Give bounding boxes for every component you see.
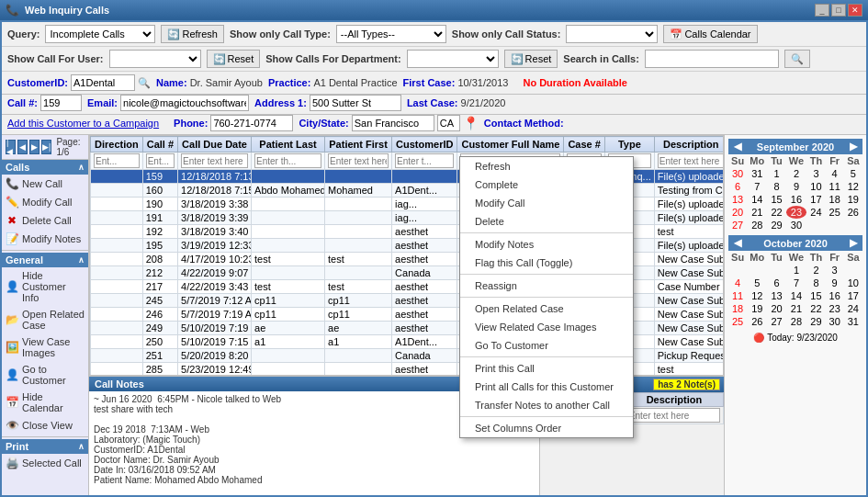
cal-day[interactable]: 1	[767, 167, 785, 180]
cal-day[interactable]: 29	[806, 315, 825, 328]
cal-day[interactable]: 21	[786, 302, 807, 315]
cal-day[interactable]: 8	[806, 277, 825, 289]
prev-page-button[interactable]: ◀	[17, 140, 28, 154]
cal-day[interactable]: 24	[806, 206, 825, 219]
cal-day[interactable]: 28	[747, 219, 767, 232]
sep-next-button[interactable]: ▶	[846, 141, 861, 152]
cal-day[interactable]: 7	[747, 180, 767, 193]
context-menu-item[interactable]: Print all Calls for this Customer	[460, 378, 633, 396]
cal-day[interactable]: 4	[728, 277, 747, 289]
cal-day[interactable]: 26	[747, 315, 767, 328]
cal-day[interactable]: 27	[728, 219, 747, 232]
context-menu-item[interactable]: Modify Call	[460, 194, 633, 212]
cal-day[interactable]: 8	[767, 180, 785, 193]
cal-day[interactable]: 2	[786, 167, 807, 180]
cal-day[interactable]: 12	[747, 289, 767, 302]
filter-custid[interactable]	[395, 153, 454, 168]
cal-day[interactable]: 27	[767, 315, 785, 328]
cal-day[interactable]: 5	[844, 167, 862, 180]
calls-section-header[interactable]: Calls ∧	[2, 160, 88, 175]
cal-day[interactable]: 17	[844, 289, 862, 302]
cal-day[interactable]: 31	[844, 315, 862, 328]
new-call-item[interactable]: 📞 New Call	[2, 175, 88, 193]
last-page-button[interactable]: ▶|	[41, 140, 51, 154]
cal-day[interactable]: 23	[826, 302, 844, 315]
cal-day[interactable]: 17	[806, 193, 825, 206]
cal-day-today[interactable]: 23	[786, 206, 807, 219]
cal-day[interactable]: 21	[747, 206, 767, 219]
reset-button-2[interactable]: 🔄 Reset	[504, 50, 558, 68]
cal-day[interactable]: 22	[767, 206, 785, 219]
cal-day[interactable]: 18	[826, 193, 844, 206]
cal-day[interactable]: 6	[767, 277, 785, 289]
context-menu-item[interactable]: View Related Case Images	[460, 318, 633, 336]
context-menu-item[interactable]: Transfer Notes to another Call	[460, 396, 633, 414]
reset-button-1[interactable]: 🔄 Reset	[207, 50, 261, 68]
cal-day[interactable]: 30	[728, 167, 747, 180]
cal-day[interactable]: 19	[747, 302, 767, 315]
cal-day[interactable]: 13	[728, 193, 747, 206]
cal-day[interactable]: 7	[786, 277, 807, 289]
doc-filter-desc[interactable]	[628, 408, 720, 423]
cal-day[interactable]: 6	[728, 180, 747, 193]
email-input[interactable]	[120, 95, 249, 111]
state-input[interactable]	[437, 115, 460, 131]
context-menu-item[interactable]: Delete	[460, 212, 633, 231]
filter-duedate[interactable]	[181, 153, 248, 168]
oct-next-button[interactable]: ▶	[846, 237, 861, 249]
cal-day[interactable]: 14	[747, 193, 767, 206]
cal-day[interactable]: 30	[826, 315, 844, 328]
cal-day[interactable]: 20	[728, 206, 747, 219]
cal-day[interactable]: 10	[844, 277, 862, 289]
hide-calendar-item[interactable]: 📅 Hide Calendar	[2, 389, 88, 416]
cal-day[interactable]: 16	[826, 289, 844, 302]
city-input[interactable]	[352, 115, 434, 131]
cal-day[interactable]: 30	[786, 219, 807, 232]
maximize-button[interactable]: □	[831, 4, 846, 17]
cal-day[interactable]: 28	[786, 315, 807, 328]
cal-day[interactable]: 9	[826, 277, 844, 289]
address-input[interactable]	[310, 95, 401, 111]
query-select[interactable]: Incomplete Calls All Calls Complete Call…	[45, 25, 155, 43]
minimize-button[interactable]: _	[815, 4, 829, 17]
cal-day[interactable]: 11	[826, 180, 844, 193]
cal-day[interactable]: 10	[806, 180, 825, 193]
cal-day[interactable]: 2	[806, 264, 825, 277]
cal-day[interactable]: 3	[806, 167, 825, 180]
delete-call-item[interactable]: ✖ Delete Call	[2, 211, 88, 230]
cal-day[interactable]: 13	[767, 289, 785, 302]
cal-day[interactable]: 19	[844, 193, 862, 206]
cal-day[interactable]: 24	[844, 302, 862, 315]
view-case-images-item[interactable]: 🖼️ View Case Images	[2, 333, 88, 361]
cal-day[interactable]: 20	[767, 302, 785, 315]
sep-prev-button[interactable]: ◀	[730, 141, 745, 152]
call-type-select[interactable]: --All Types--	[336, 25, 446, 43]
search-customer-icon[interactable]: 🔍	[138, 77, 151, 89]
cal-day[interactable]: 1	[786, 264, 807, 277]
hide-customer-info-item[interactable]: 👤 Hide Customer Info	[2, 267, 88, 306]
context-menu-item[interactable]: Modify Notes	[460, 235, 633, 254]
refresh-button[interactable]: 🔄 Refresh	[161, 25, 224, 43]
cal-day[interactable]: 15	[767, 193, 785, 206]
go-to-customer-item[interactable]: 👤 Go to Customer	[2, 361, 88, 389]
cal-day[interactable]: 18	[728, 302, 747, 315]
calls-calendar-button[interactable]: 📅 Calls Calendar	[663, 25, 757, 43]
context-menu-item[interactable]: Complete	[460, 175, 633, 194]
cal-day[interactable]: 11	[728, 289, 747, 302]
context-menu-item[interactable]: Go To Customer	[460, 336, 633, 355]
cal-day[interactable]: 5	[747, 277, 767, 289]
first-page-button[interactable]: |◀	[6, 140, 16, 154]
context-menu-item[interactable]: Reassign	[460, 277, 633, 295]
close-view-item[interactable]: 👁️ Close View	[2, 416, 88, 435]
next-page-button[interactable]: ▶	[29, 140, 39, 154]
add-campaign-link[interactable]: Add this Customer to a Campaign	[7, 118, 159, 129]
cal-day[interactable]: 26	[844, 206, 862, 219]
cal-day[interactable]: 29	[767, 219, 785, 232]
cal-day[interactable]: 31	[747, 167, 767, 180]
search-input[interactable]	[645, 50, 779, 68]
cal-day[interactable]: 25	[826, 206, 844, 219]
context-menu-item[interactable]: Print this Call	[460, 359, 633, 378]
modify-call-item[interactable]: ✏️ Modify Call	[2, 193, 88, 211]
show-user-select[interactable]	[109, 50, 201, 68]
show-dept-select[interactable]	[407, 50, 499, 68]
